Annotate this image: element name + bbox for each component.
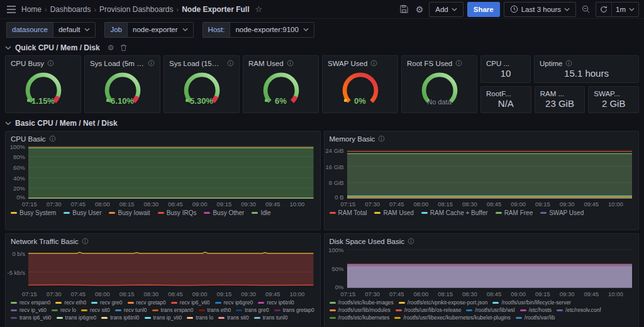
legend-item-busy-irqs[interactable]: Busy IRQs — [158, 209, 197, 216]
legend-item-trans-ip6tnl0[interactable]: trans ip6tnl0 — [101, 314, 139, 321]
time-range-picker[interactable]: Last 3 hours — [504, 2, 576, 17]
stat-value[interactable]: 23 GiB — [535, 98, 585, 113]
legend-item-rootfs-etc-vpnkit-expose-port-json[interactable]: /rootfs/etc/vpnkit-expose-port.json — [399, 299, 488, 306]
legend-item-recv-sit0[interactable]: recv sit0 — [81, 307, 110, 313]
legend-item-ram-free[interactable]: RAM Free — [496, 209, 533, 216]
legend-item-rootfs-usr-bin-lifecycle-server[interactable]: /rootfs/usr/bin/lifecycle-server — [492, 299, 571, 306]
breadcrumb-item-dashboards[interactable]: Dashboards — [50, 5, 91, 14]
legend-item-trans-eth0[interactable]: trans eth0 — [199, 307, 231, 313]
chart-plot-area[interactable] — [347, 247, 633, 289]
gauge-body[interactable]: 5.30% — [164, 67, 239, 113]
legend-item-rootfs-usr-lib-os-release[interactable]: /rootfs/usr/lib/os-release — [396, 307, 462, 313]
legend-item-recv-gretap0[interactable]: recv gretap0 — [128, 299, 166, 306]
legend-item-rootfs-etc-kube-images[interactable]: /rootfs/etc/kube-images — [330, 299, 394, 306]
info-icon — [148, 60, 155, 67]
legend-item-recv-erspan0[interactable]: recv erspan0 — [11, 299, 50, 306]
legend-item-ram-used[interactable]: RAM Used — [374, 209, 413, 216]
dashboard-settings-icon[interactable]: ⚙ — [414, 4, 426, 15]
refresh-interval-picker[interactable]: 1m — [612, 3, 638, 16]
stat-value[interactable]: 10 — [481, 67, 530, 82]
legend-item-recv-tunl0[interactable]: recv tunl0 — [115, 307, 147, 313]
row-settings-icon[interactable]: ⚙ — [108, 44, 114, 52]
breadcrumb-item-provision-dashboards[interactable]: Provision Dashboards — [99, 5, 173, 14]
zoom-out-icon[interactable] — [580, 4, 592, 14]
share-button[interactable]: Share — [467, 2, 500, 17]
legend-item-recv-lo[interactable]: recv lo — [52, 307, 76, 313]
legend-item-swap-used[interactable]: SWAP Used — [540, 209, 584, 216]
row-delete-icon[interactable] — [120, 44, 127, 52]
info-icon — [455, 60, 462, 67]
legend-marker — [81, 309, 87, 311]
legend-item-rootfs-usr-libexec-kubernetes-kubelet-plugins[interactable]: /rootfs/usr/libexec/kubernetes/kubelet-p… — [394, 314, 511, 321]
refresh-interval-label: 1m — [616, 6, 626, 13]
legend-item-recv-ip6-vti0[interactable]: recv ip6_vti0 — [171, 299, 210, 306]
stat-value[interactable]: 2 GiB — [589, 98, 638, 113]
refresh-icon[interactable] — [596, 3, 612, 16]
gauge-body[interactable]: 0% — [323, 67, 397, 113]
gauge-body[interactable]: 1.15% — [6, 67, 80, 113]
legend-marker — [396, 309, 402, 311]
charts-grid: CPU Basic 100%80%60%40%20%0% 07:1507:300… — [5, 131, 639, 327]
breadcrumb-item-home[interactable]: Home — [21, 5, 42, 14]
stat-value[interactable]: 15.1 hours — [535, 67, 638, 82]
legend-item-busy-system[interactable]: Busy System — [11, 209, 56, 216]
legend-item-rootfs-var-lib[interactable]: /rootfs/var/lib — [516, 314, 555, 321]
panel-rootf: RootF... N/A — [480, 86, 531, 114]
gauge-body[interactable]: 6.10% — [85, 67, 160, 113]
legend-item-recv-ip-vti0[interactable]: recv ip_vti0 — [11, 307, 47, 313]
panel-title: Memory Basic — [330, 135, 375, 143]
gauge-value: 1.15% — [6, 96, 80, 106]
legend-item-trans-erspan0[interactable]: trans erspan0 — [152, 307, 194, 313]
breadcrumb-separator: › — [43, 6, 48, 13]
variable-value-dropdown[interactable]: node-exporter — [127, 22, 194, 38]
save-dashboard-icon[interactable] — [398, 4, 410, 14]
add-button[interactable]: Add — [429, 2, 463, 17]
legend-item-idle[interactable]: Idle — [252, 209, 270, 216]
legend-item-trans-tunl0[interactable]: trans tunl0 — [254, 314, 288, 321]
menu-toggle-icon[interactable] — [5, 4, 18, 14]
variable-value-dropdown[interactable]: default — [53, 22, 96, 38]
legend-item-trans-ip6gre0[interactable]: trans ip6gre0 — [57, 314, 97, 321]
stat-value[interactable]: N/A — [481, 98, 531, 113]
legend-item-busy-user[interactable]: Busy User — [64, 209, 101, 216]
variable-value-dropdown[interactable]: node-exporter:9100 — [230, 22, 314, 38]
chart-plot-area[interactable] — [347, 145, 633, 199]
y-axis-labels: 0 b/s-5 kb/s — [6, 247, 28, 289]
gauge-body[interactable]: 6% — [243, 67, 318, 113]
panel-title: SWAP... — [594, 90, 620, 97]
variable-host: Host: node-exporter:9100 — [203, 22, 314, 38]
legend-item-etc-resolv-conf[interactable]: /etc/resolv.conf — [557, 307, 601, 313]
legend-item-trans-gre0[interactable]: trans gre0 — [236, 307, 269, 313]
legend-marker — [516, 317, 522, 319]
legend-marker — [496, 212, 502, 214]
favorite-star-icon[interactable]: ☆ — [253, 3, 265, 15]
legend-item-ram-total[interactable]: RAM Total — [330, 209, 367, 216]
legend-item-etc-hosts[interactable]: /etc/hosts — [520, 307, 552, 313]
chart-plot-area[interactable] — [28, 145, 314, 199]
variable-label: Host: — [203, 22, 230, 38]
legend-item-rootfs-usr-lib-modules[interactable]: /rootfs/usr/lib/modules — [330, 307, 391, 313]
legend-item-trans-ip-vti0[interactable]: trans ip_vti0 — [145, 314, 182, 321]
legend-item-trans-ip6-vti0[interactable]: trans ip6_vti0 — [11, 314, 52, 321]
row-title: Basic CPU / Mem / Net / Disk — [15, 119, 118, 128]
legend-item-busy-iowait[interactable]: Busy Iowait — [109, 209, 150, 216]
row-header-basic[interactable]: Basic CPU / Mem / Net / Disk — [5, 116, 639, 130]
info-icon — [82, 238, 89, 245]
row-header-quick[interactable]: Quick CPU / Mem / Disk ⚙ — [5, 41, 639, 54]
gauge-body[interactable]: No data — [402, 67, 477, 113]
breadcrumb-item-node-exporter-full[interactable]: Node Exporter Full — [182, 5, 249, 14]
legend-item-trans-sit0[interactable]: trans sit0 — [218, 314, 249, 321]
legend: Busy SystemBusy UserBusy IowaitBusy IRQs… — [6, 208, 320, 219]
legend-item-recv-eth0[interactable]: recv eth0 — [55, 299, 86, 306]
chart-plot-area[interactable] — [28, 247, 314, 289]
legend-item-trans-lo[interactable]: trans lo — [187, 314, 213, 321]
legend-item-recv-ip6tnl0[interactable]: recv ip6tnl0 — [258, 299, 294, 306]
legend-item-ram-cache-buffer[interactable]: RAM Cache + Buffer — [421, 209, 488, 216]
legend-item-trans-gretap0[interactable]: trans gretap0 — [274, 307, 314, 313]
legend-item-recv-gre0[interactable]: recv gre0 — [91, 299, 122, 306]
legend-item-recv-ip6gre0[interactable]: recv ip6gre0 — [215, 299, 253, 306]
legend-item-rootfs-etc-kubernetes[interactable]: /rootfs/etc/kubernetes — [330, 314, 390, 321]
y-axis-labels: 100%80%60%40%20%0% — [6, 145, 28, 199]
legend-item-busy-other[interactable]: Busy Other — [204, 209, 244, 216]
legend-item-rootfs-usr-lib-wsl[interactable]: /rootfs/usr/lib/wsl — [466, 307, 514, 313]
